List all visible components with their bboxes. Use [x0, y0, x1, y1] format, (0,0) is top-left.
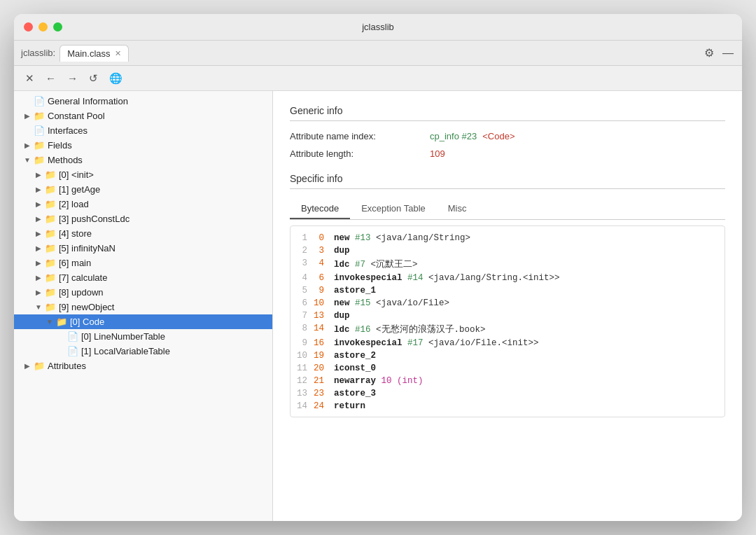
sidebar-item-methods-load[interactable]: 📁[2] load [14, 197, 272, 211]
attr-name-value[interactable]: cp_info #23 [430, 131, 477, 141]
bc-ref-link[interactable]: #13 [350, 233, 371, 243]
bc-ref-link[interactable]: #7 [350, 260, 366, 270]
tree-arrow-icon [34, 258, 43, 268]
tree-arrow-icon [45, 317, 55, 327]
sidebar-item-methods[interactable]: 📁Methods [14, 153, 272, 167]
close-button[interactable] [24, 22, 33, 32]
window-title: jclasslib [362, 22, 394, 32]
bytecode-row: 916invokespecial #17 <java/io/File.<init… [293, 337, 722, 349]
globe-button[interactable]: 🌐 [106, 71, 125, 86]
sidebar-item-methods-getage[interactable]: 📁[1] getAge [14, 182, 272, 197]
bc-instruction: astore_2 [327, 349, 722, 362]
tree-arrow-icon [22, 97, 32, 106]
sidebar-item-interfaces[interactable]: 📄Interfaces [14, 123, 272, 138]
sidebar-item-methods-newobject-code-lnt[interactable]: 📄[0] LineNumberTable [14, 329, 272, 344]
tree-arrow-icon [34, 170, 43, 180]
refresh-button[interactable]: ↺ [86, 71, 101, 86]
bc-offset: 20 [310, 362, 327, 375]
close-nav-button[interactable]: ✕ [22, 71, 37, 86]
sidebar-item-methods-newobject-code[interactable]: 📁[0] Code [14, 314, 272, 329]
bc-offset: 6 [310, 272, 327, 284]
bc-comment: <java/io/File.<init>> [424, 338, 539, 348]
sidebar: 📄General Information📁Constant Pool📄Inter… [14, 91, 273, 521]
maximize-button[interactable] [53, 22, 62, 32]
minimize-window-button[interactable]: — [722, 46, 734, 60]
sidebar-item-methods-init[interactable]: 📁[0] <init> [14, 167, 272, 182]
folder-icon: 📁 [45, 272, 56, 283]
bc-offset: 24 [310, 400, 327, 412]
bc-ref-link[interactable]: #14 [402, 273, 424, 283]
sidebar-item-methods-infinitynan[interactable]: 📁[5] infinityNaN [14, 241, 272, 256]
tab-misc[interactable]: Misc [437, 199, 478, 219]
sidebar-item-label: [7] calculate [59, 272, 107, 283]
detail-panel: Generic info Attribute name index: cp_in… [273, 91, 742, 521]
sidebar-item-label: [4] store [59, 228, 92, 239]
sidebar-item-fields[interactable]: 📁Fields [14, 138, 272, 153]
bc-offset: 19 [310, 349, 327, 362]
sidebar-item-constant-pool[interactable]: 📁Constant Pool [14, 109, 272, 123]
bc-line-num: 4 [293, 272, 310, 284]
main-class-tab[interactable]: Main.class ✕ [59, 45, 128, 62]
back-button[interactable]: ← [43, 71, 59, 85]
tree-arrow-icon [34, 273, 43, 283]
sidebar-item-methods-calculate[interactable]: 📁[7] calculate [14, 270, 272, 285]
bc-ref-link[interactable]: #16 [350, 325, 371, 335]
bc-comment: <java/lang/String.<init>> [424, 273, 560, 283]
tree-arrow-icon [22, 111, 32, 121]
bc-line-num: 5 [293, 284, 310, 297]
nav-bar: ✕ ← → ↺ 🌐 [14, 66, 742, 91]
bytecode-row: 34ldc #7 <沉默王二> [293, 257, 722, 272]
tree-arrow-icon [22, 126, 32, 136]
file-icon: 📄 [67, 346, 78, 356]
folder-icon: 📁 [45, 228, 56, 239]
bc-instruction: invokespecial #14 <java/lang/String.<ini… [327, 272, 722, 284]
sidebar-item-label: [1] getAge [59, 184, 100, 195]
bc-instr-name: ldc [334, 325, 350, 335]
bc-ref-link[interactable]: #15 [350, 298, 371, 308]
bc-instr-name: new [334, 233, 350, 243]
bc-instruction: return [327, 400, 722, 412]
tab-close-icon[interactable]: ✕ [115, 49, 121, 58]
bc-instr-name: invokespecial [334, 273, 402, 283]
sidebar-item-methods-main[interactable]: 📁[6] main [14, 256, 272, 270]
bytecode-tabs-bar: BytecodeException TableMisc [290, 199, 725, 220]
tree-arrow-icon [34, 229, 43, 239]
sidebar-item-label: Constant Pool [48, 111, 105, 121]
folder-icon: 📁 [45, 243, 56, 253]
sidebar-item-methods-newobject-code-lvt[interactable]: 📄[1] LocalVariableTable [14, 344, 272, 359]
sidebar-item-general-info[interactable]: 📄General Information [14, 94, 272, 109]
file-icon: 📄 [67, 331, 78, 342]
sidebar-item-label: Interfaces [48, 125, 88, 136]
sidebar-item-label: [0] LineNumberTable [81, 331, 165, 342]
settings-button[interactable]: ⚙ [704, 46, 714, 60]
bc-line-num: 2 [293, 244, 310, 257]
folder-icon: 📁 [34, 361, 45, 371]
sidebar-item-methods-newobject[interactable]: 📁[9] newObject [14, 300, 272, 314]
sidebar-item-attributes[interactable]: 📁Attributes [14, 359, 272, 373]
sidebar-item-label: [5] infinityNaN [59, 243, 115, 253]
bc-ref-link[interactable]: #17 [402, 338, 424, 348]
forward-button[interactable]: → [64, 71, 80, 85]
sidebar-item-label: [8] updown [59, 287, 104, 298]
tab-exception-table[interactable]: Exception Table [350, 199, 437, 219]
bc-offset: 9 [310, 284, 327, 297]
bc-instruction: iconst_0 [327, 362, 722, 375]
folder-icon: 📁 [45, 287, 56, 298]
minimize-button[interactable] [38, 22, 48, 32]
sidebar-item-methods-store[interactable]: 📁[4] store [14, 226, 272, 241]
file-icon: 📄 [34, 125, 45, 136]
bc-offset: 4 [310, 257, 327, 272]
sidebar-item-label: Methods [48, 155, 83, 165]
bc-offset: 23 [310, 387, 327, 400]
tab-bytecode[interactable]: Bytecode [290, 199, 350, 219]
bc-offset: 0 [310, 232, 327, 244]
bc-line-num: 14 [293, 400, 310, 412]
tree-arrow-icon [34, 214, 43, 224]
sidebar-item-label: [2] load [59, 199, 89, 209]
bc-instr-name: astore_3 [334, 389, 376, 398]
sidebar-item-methods-updown[interactable]: 📁[8] updown [14, 285, 272, 300]
sidebar-item-label: [3] pushConstLdc [59, 214, 130, 224]
attr-name-tag[interactable]: <Code> [482, 131, 514, 141]
bc-instruction: astore_1 [327, 284, 722, 297]
sidebar-item-methods-pushconstldc[interactable]: 📁[3] pushConstLdc [14, 211, 272, 226]
